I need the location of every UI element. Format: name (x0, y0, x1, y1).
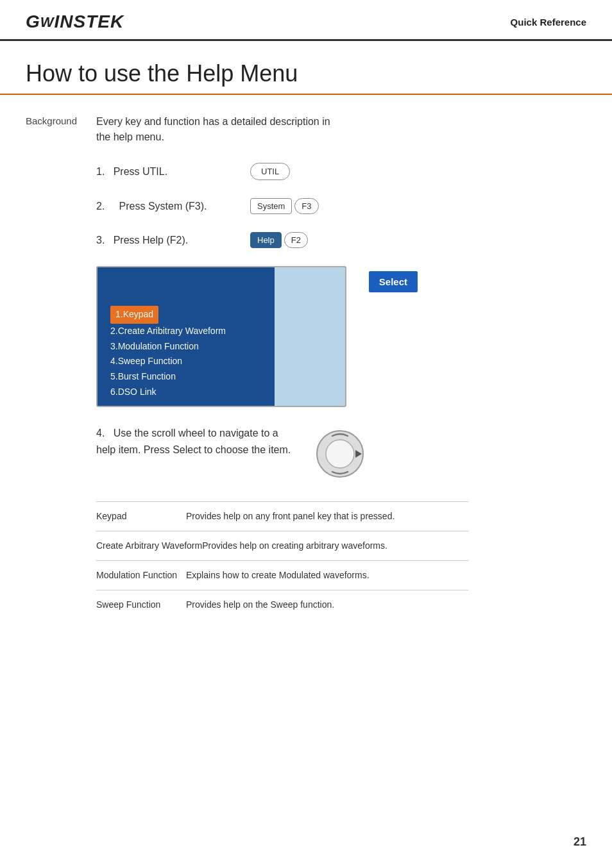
table-row: Modulation Function Explains how to crea… (96, 560, 468, 590)
select-button[interactable]: Select (369, 271, 418, 292)
page-header: GWINSTEK Quick Reference (0, 0, 612, 41)
step-3-text: 3. Press Help (F2). (96, 235, 225, 246)
term-modulation: Modulation Function (96, 569, 186, 582)
list-item: 6.DSO Link (110, 385, 226, 400)
step-1-number: 1. (96, 166, 110, 177)
step-3-number: 3. (96, 235, 110, 246)
def-sweep: Provides help on the Sweep function. (186, 598, 468, 612)
table-row: Sweep Function Provides help on the Swee… (96, 590, 468, 619)
term-sweep: Sweep Function (96, 598, 186, 612)
step-1-label: Press UTIL. (114, 166, 167, 177)
util-key: UTIL (250, 163, 290, 180)
svg-point-1 (326, 440, 354, 468)
background-label: Background (26, 114, 96, 126)
step-2-text: 2. Press System (F3). (96, 201, 225, 212)
term-keypad: Keypad (96, 510, 186, 523)
step-2-number: 2. (96, 201, 116, 212)
document-type: Quick Reference (511, 17, 586, 28)
step-2-row: 2. Press System (F3). System F3 (96, 198, 586, 214)
menu-box-wrapper: 1.Keypad 2.Create Aribitrary Waveform 3.… (96, 266, 586, 407)
background-text: Every key and function has a detailed de… (96, 114, 340, 145)
scroll-wheel-icon (314, 428, 366, 482)
step-3-label: Press Help (F2). (114, 235, 188, 246)
table-row: Create Arbitrary Waveform Provides help … (96, 531, 468, 560)
help-key: Help (250, 232, 282, 248)
step-4-text: 4. Use the scroll wheel to navigate to a… (96, 425, 295, 458)
list-item: 4.Sweep Function (110, 354, 226, 369)
list-item: 3.Modulation Function (110, 339, 226, 355)
f3-key: F3 (294, 198, 318, 214)
company-logo: GWINSTEK (26, 12, 124, 33)
def-modulation: Explains how to create Modulated wavefor… (186, 569, 468, 582)
def-keypad: Provides help on any front panel key tha… (186, 510, 468, 523)
list-item: 1.Keypad (110, 306, 226, 324)
step-4-row: 4. Use the scroll wheel to navigate to a… (96, 425, 586, 482)
help-menu-screen: 1.Keypad 2.Create Aribitrary Waveform 3.… (96, 266, 346, 407)
logo-text: GWINSTEK (26, 12, 124, 31)
step-1-text: 1. Press UTIL. (96, 166, 225, 178)
step-4-number: 4. (96, 428, 110, 438)
term-arb-waveform: Create Arbitrary Waveform (96, 539, 202, 553)
page-number: 21 (574, 835, 586, 849)
description-table: Keypad Provides help on any front panel … (96, 501, 468, 619)
step-1-row: 1. Press UTIL. UTIL (96, 163, 586, 180)
step-2-label: Press System (F3). (119, 201, 207, 212)
list-item: 2.Create Aribitrary Waveform (110, 324, 226, 339)
page-title-section: How to use the Help Menu (0, 41, 612, 95)
def-arb-waveform: Provides help on creating arbitrary wave… (202, 539, 468, 553)
background-row: Background Every key and function has a … (26, 114, 586, 145)
table-row: Keypad Provides help on any front panel … (96, 501, 468, 531)
step-1-key: UTIL (250, 163, 290, 180)
main-content: Background Every key and function has a … (0, 114, 612, 619)
step-4-label: Use the scroll wheel to navigate to a he… (96, 428, 291, 455)
page-title: How to use the Help Menu (26, 60, 586, 87)
screen-right-panel (275, 266, 345, 406)
menu-item-list: 1.Keypad 2.Create Aribitrary Waveform 3.… (110, 306, 226, 400)
list-item: 5.Burst Function (110, 369, 226, 385)
f2-key: F2 (284, 232, 308, 248)
step-3-key: Help F2 (250, 232, 308, 248)
menu-item-selected: 1.Keypad (110, 306, 158, 324)
system-key: System (250, 198, 292, 214)
step-2-key: System F3 (250, 198, 319, 214)
step-3-row: 3. Press Help (F2). Help F2 (96, 232, 586, 248)
